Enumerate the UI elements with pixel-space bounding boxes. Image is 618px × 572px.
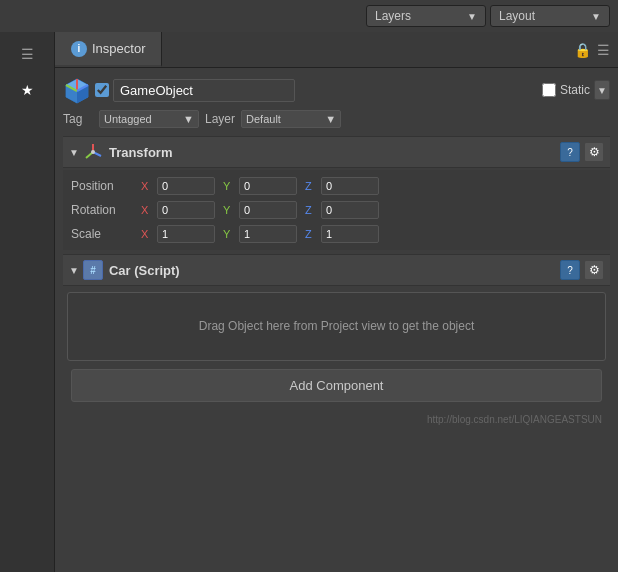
rotation-x-label: X [141,204,153,216]
position-z-input[interactable] [321,177,379,195]
transform-collapse-arrow: ▼ [69,147,79,158]
car-script-section: ▼ # Car (Script) ? ⚙ Drag Object here fr… [63,254,610,361]
scale-y-label: Y [223,228,235,240]
static-row: Static ▼ [542,80,610,100]
left-go [63,76,295,104]
scale-x-input[interactable] [157,225,215,243]
position-xyz: X Y Z [141,177,602,195]
transform-rows: Position X Y Z Rotation X [63,170,610,250]
layers-arrow-icon: ▼ [467,11,477,22]
rotation-y-label: Y [223,204,235,216]
position-y-label: Y [223,180,235,192]
rotation-row: Rotation X Y Z [63,198,610,222]
tab-right-controls: 🔒 ☰ [574,42,618,58]
sidebar: ☰ ★ [0,32,55,572]
footer-url: http://blog.csdn.net/LIQIANGEASTSUN [427,414,602,425]
scale-xyz: X Y Z [141,225,602,243]
layer-value: Default [246,113,281,125]
car-script-header[interactable]: ▼ # Car (Script) ? ⚙ [63,254,610,286]
gameobject-checkbox[interactable] [95,83,109,97]
tag-dropdown-arrow: ▼ [183,113,194,125]
svg-point-10 [91,150,95,154]
rotation-x-input[interactable] [157,201,215,219]
inspector-tab[interactable]: i Inspector [55,32,162,67]
car-script-help-btn[interactable]: ? [560,260,580,280]
rotation-z-label: Z [305,204,317,216]
scale-z-input[interactable] [321,225,379,243]
layer-label: Layer [205,112,235,126]
tag-value: Untagged [104,113,152,125]
car-script-settings-btn[interactable]: ⚙ [584,260,604,280]
footer: http://blog.csdn.net/LIQIANGEASTSUN [63,410,610,429]
tag-dropdown[interactable]: Untagged ▼ [99,110,199,128]
layers-label: Layers [375,9,411,23]
sidebar-star-btn[interactable]: ★ [9,76,45,104]
position-x-input[interactable] [157,177,215,195]
layers-dropdown[interactable]: Layers ▼ [366,5,486,27]
position-x-label: X [141,180,153,192]
transform-settings-btn[interactable]: ⚙ [584,142,604,162]
drag-text: Drag Object here from Project view to ge… [199,319,474,333]
static-label: Static [560,83,590,97]
rotation-xyz: X Y Z [141,201,602,219]
layout-dropdown[interactable]: Layout ▼ [490,5,610,27]
scale-x-label: X [141,228,153,240]
car-script-section-icons: ? ⚙ [560,260,604,280]
scale-label: Scale [71,227,141,241]
top-bar: Layers ▼ Layout ▼ [0,0,618,32]
car-script-title: Car (Script) [109,263,560,278]
scale-row: Scale X Y Z [63,222,610,246]
cube-icon [63,76,91,104]
lock-icon[interactable]: 🔒 [574,42,591,58]
static-dropdown-arrow[interactable]: ▼ [594,80,610,100]
sidebar-hamburger-btn[interactable]: ☰ [9,40,45,68]
position-y-input[interactable] [239,177,297,195]
add-component-button[interactable]: Add Component [71,369,602,402]
position-row: Position X Y Z [63,174,610,198]
car-script-icon: # [83,260,103,280]
transform-section-header[interactable]: ▼ Transform ? ⚙ [63,136,610,168]
tab-title: Inspector [92,41,145,56]
layer-dropdown-arrow: ▼ [325,113,336,125]
inspector-panel: i Inspector 🔒 ☰ [55,32,618,572]
scale-y-input[interactable] [239,225,297,243]
drag-area[interactable]: Drag Object here from Project view to ge… [67,292,606,361]
rotation-y-input[interactable] [239,201,297,219]
layer-dropdown[interactable]: Default ▼ [241,110,341,128]
hamburger-icon: ☰ [21,46,34,62]
main-area: ☰ ★ i Inspector 🔒 ☰ [0,32,618,572]
transform-title: Transform [109,145,560,160]
gameobject-name-input[interactable] [113,79,295,102]
scale-z-label: Z [305,228,317,240]
gameobject-row: Static ▼ [63,76,610,104]
tag-label: Tag [63,112,93,126]
transform-icon [83,142,103,162]
transform-section-icons: ? ⚙ [560,142,604,162]
tag-layer-row: Tag Untagged ▼ Layer Default ▼ [63,110,610,128]
info-icon: i [71,41,87,57]
car-script-collapse-arrow: ▼ [69,265,79,276]
star-icon: ★ [21,82,34,98]
transform-help-btn[interactable]: ? [560,142,580,162]
layout-label: Layout [499,9,535,23]
tab-menu-icon[interactable]: ☰ [597,42,610,58]
position-z-label: Z [305,180,317,192]
rotation-z-input[interactable] [321,201,379,219]
tab-bar: i Inspector 🔒 ☰ [55,32,618,68]
static-checkbox[interactable] [542,83,556,97]
layout-arrow-icon: ▼ [591,11,601,22]
position-label: Position [71,179,141,193]
inspector-content: Static ▼ Tag Untagged ▼ Layer Default ▼ [55,68,618,572]
rotation-label: Rotation [71,203,141,217]
